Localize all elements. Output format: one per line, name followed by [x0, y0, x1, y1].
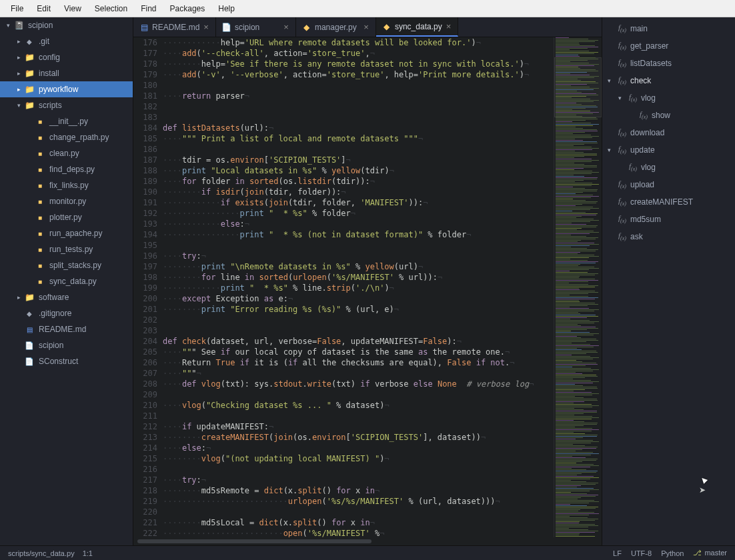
menu-selection[interactable]: Selection	[88, 2, 134, 15]
tree-item-config[interactable]: ▸config	[0, 49, 133, 65]
scrollbar-thumb[interactable]	[137, 539, 372, 543]
symbol-vlog[interactable]: ▾f(x)vlog	[602, 89, 735, 107]
code-line[interactable]	[163, 315, 554, 325]
code-line[interactable]: ····vlog("Checking dataset %s ... " % da…	[163, 400, 554, 411]
symbol-ask[interactable]: f(x)ask	[602, 228, 735, 245]
symbol-check[interactable]: ▾f(x)check	[602, 72, 735, 89]
code-line[interactable]: ········md5sRemote = dict(x.split() for …	[163, 485, 554, 496]
code-line[interactable]: ················print " * %s (not in dat…	[163, 229, 554, 240]
tree-item-monitor-py[interactable]: monitor.py	[0, 193, 133, 209]
menu-packages[interactable]: Packages	[163, 2, 212, 15]
tree-item-run-tests-py[interactable]: run_tests.py	[0, 241, 133, 257]
code-line[interactable]	[163, 80, 554, 91]
tree-item-split-stacks-py[interactable]: split_stacks.py	[0, 257, 133, 273]
close-icon[interactable]: ×	[283, 22, 289, 32]
code-line[interactable]: ····try:¬	[163, 251, 554, 261]
symbol-upload[interactable]: f(x)upload	[602, 176, 735, 193]
code-line[interactable]	[163, 389, 554, 400]
symbols-outline[interactable]: f(x)mainf(x)get_parserf(x)listDatasets▾f…	[602, 17, 735, 545]
close-icon[interactable]: ×	[446, 21, 452, 31]
tree-item-scipion[interactable]: scipion	[0, 337, 133, 353]
code-line[interactable]	[163, 325, 554, 336]
code-line[interactable]: ····add('--check-all', action='store_tru…	[163, 48, 554, 59]
tab-scipion[interactable]: 📄scipion×	[216, 17, 296, 37]
symbol-main[interactable]: f(x)main	[602, 20, 735, 37]
tree-item---init---py[interactable]: __init__.py	[0, 113, 133, 129]
code-line[interactable]: ·························open('%s/MANIFE…	[163, 528, 554, 537]
minimap[interactable]	[554, 37, 602, 537]
code-line[interactable]: ····except Exception as e:¬	[163, 293, 554, 304]
status-encoding[interactable]: UTF-8	[631, 549, 652, 557]
code-line[interactable]	[163, 411, 554, 421]
tree-item--gitignore[interactable]: .gitignore	[0, 305, 133, 321]
tree-item-fix-links-py[interactable]: fix_links.py	[0, 177, 133, 193]
symbol-download[interactable]: f(x)download	[602, 124, 735, 141]
project-tree[interactable]: ▾scipion▸.git▸config▸install▸pyworkflow▾…	[0, 17, 133, 545]
code-line[interactable]: def check(dataset, url, verbose=False, u…	[163, 336, 554, 347]
tree-item-change-rpath-py[interactable]: change_rpath.py	[0, 129, 133, 145]
tree-item-clean-py[interactable]: clean.py	[0, 145, 133, 161]
tree-item-run-apache-py[interactable]: run_apache.py	[0, 225, 133, 241]
tree-item-scripts[interactable]: ▾scripts	[0, 97, 133, 113]
tree-item-find-deps-py[interactable]: find_deps.py	[0, 161, 133, 177]
close-icon[interactable]: ×	[363, 22, 369, 32]
tree-item-sconstruct[interactable]: SConstruct	[0, 353, 133, 369]
symbol-show[interactable]: f(x)show	[602, 107, 735, 124]
menu-file[interactable]: File	[4, 2, 30, 15]
tree-item-scipion[interactable]: ▾scipion	[0, 17, 133, 33]
symbol-get_parser[interactable]: f(x)get_parser	[602, 37, 735, 55]
code-line[interactable]	[163, 144, 554, 155]
code-line[interactable]: ····add('-v', '--verbose', action='store…	[163, 69, 554, 80]
code-line[interactable]: ····""" Print a list of local and remote…	[163, 133, 554, 144]
disclosure-icon[interactable]: ▾	[15, 102, 23, 109]
disclosure-icon[interactable]: ▸	[15, 70, 23, 77]
tree-item-plotter-py[interactable]: plotter.py	[0, 209, 133, 225]
code-line[interactable]: ····return parser¬	[163, 91, 554, 101]
code-line[interactable]: ········if isdir(join(tdir, folder)):¬	[163, 187, 554, 197]
disclosure-icon[interactable]: ▸	[15, 38, 23, 45]
menu-find[interactable]: Find	[134, 2, 163, 15]
code-line[interactable]: ····for folder in sorted(os.listdir(tdir…	[163, 176, 554, 187]
menu-edit[interactable]: Edit	[30, 2, 57, 15]
code-line[interactable]	[163, 507, 554, 517]
status-cursor[interactable]: 1:1	[83, 549, 93, 557]
disclosure-icon[interactable]: ▾	[618, 95, 625, 101]
disclosure-icon[interactable]: ▾	[4, 22, 12, 29]
disclosure-icon[interactable]: ▾	[608, 77, 614, 84]
tab-sync-data-py[interactable]: ◆sync_data.py×	[376, 17, 458, 37]
code-line[interactable]: ····else:¬	[163, 443, 554, 453]
code-line[interactable]: def listDatasets(url):¬	[163, 123, 554, 133]
code-line[interactable]	[163, 101, 554, 112]
close-icon[interactable]: ×	[203, 22, 209, 32]
tree-item-pyworkflow[interactable]: ▸pyworkflow	[0, 81, 133, 97]
code-line[interactable]: ····tdir = os.environ['SCIPION_TESTS']¬	[163, 155, 554, 165]
status-branch[interactable]: master	[693, 549, 727, 557]
tab-manager-py[interactable]: ◆manager.py×	[296, 17, 376, 37]
code-line[interactable]	[163, 240, 554, 251]
code-line[interactable]: ····"""¬	[163, 368, 554, 379]
code-line[interactable]: ····""" See if our local copy of dataset…	[163, 347, 554, 357]
menu-view[interactable]: View	[57, 2, 88, 15]
tree-item--git[interactable]: ▸.git	[0, 33, 133, 49]
code-line[interactable]: ········print "\nRemote datasets in %s" …	[163, 261, 554, 272]
code-area[interactable]: ············help='URL where remote datas…	[163, 37, 554, 537]
code-line[interactable]: ················print " * %s" % folder¬	[163, 208, 554, 219]
tree-item-sync-data-py[interactable]: sync_data.py	[0, 273, 133, 289]
status-language[interactable]: Python	[661, 549, 684, 557]
editor[interactable]: 1761771781791801811821831841851861871881…	[133, 37, 602, 537]
symbol-vlog[interactable]: f(x)vlog	[602, 159, 735, 176]
symbol-createMANIFEST[interactable]: f(x)createMANIFEST	[602, 193, 735, 211]
code-line[interactable]: ··························urlopen('%s/%s…	[163, 496, 554, 507]
disclosure-icon[interactable]: ▸	[15, 86, 23, 93]
code-line[interactable]: ············print " * %s" % line.strip('…	[163, 283, 554, 293]
code-line[interactable]: ········vlog("(not updating local MANIFE…	[163, 453, 554, 464]
code-line[interactable]	[163, 464, 554, 475]
disclosure-icon[interactable]: ▸	[15, 54, 23, 61]
tab-readme-md[interactable]: ▤README.md×	[133, 17, 216, 37]
code-line[interactable]: ············help='URL where remote datas…	[163, 37, 554, 48]
code-line[interactable]: ········for line in sorted(urlopen('%s/M…	[163, 272, 554, 283]
code-line[interactable]: ····def vlog(txt): sys.stdout.write(txt)…	[163, 379, 554, 389]
status-eol[interactable]: LF	[613, 549, 622, 557]
code-line[interactable]: ····if updateMANIFEST:¬	[163, 421, 554, 432]
symbol-md5sum[interactable]: f(x)md5sum	[602, 211, 735, 228]
